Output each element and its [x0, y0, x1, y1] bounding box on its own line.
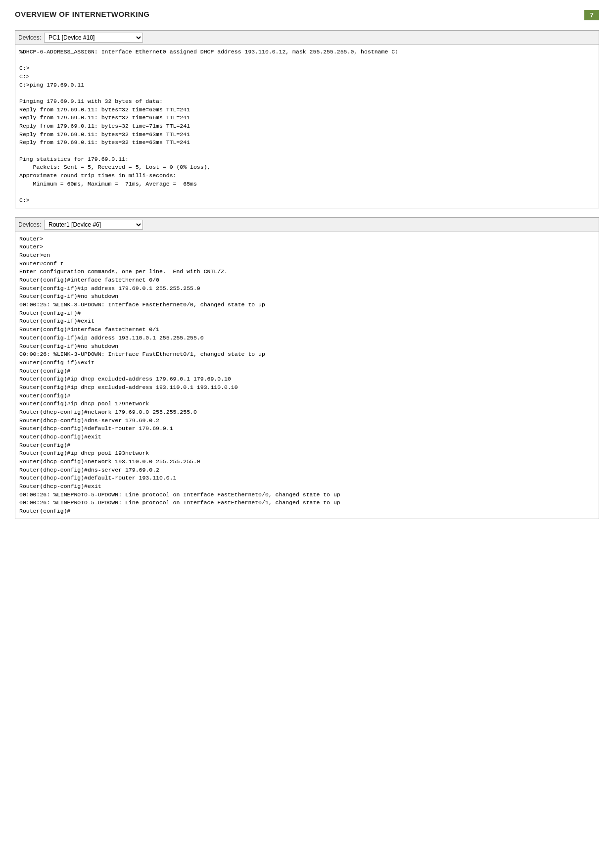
pc1-device-select[interactable]: PC1 [Device #10]	[44, 33, 143, 43]
page-title: OVERVIEW OF INTERNETWORKING	[15, 10, 149, 18]
page-header: OVERVIEW OF INTERNETWORKING 7	[15, 10, 599, 20]
pc1-terminal-output: %DHCP-6-ADDRESS_ASSIGN: Interface Ethern…	[15, 45, 599, 208]
router1-terminal-output: Router> Router> Router>en Router#conf t …	[15, 232, 599, 519]
router1-device-select[interactable]: Router1 [Device #6]	[44, 220, 143, 230]
router1-devices-label: Devices:	[18, 221, 41, 228]
router1-terminal-section: Devices: Router1 [Device #6] Router> Rou…	[15, 217, 599, 519]
pc1-devices-label: Devices:	[18, 34, 41, 41]
router1-toolbar: Devices: Router1 [Device #6]	[15, 218, 599, 232]
page-number: 7	[584, 10, 599, 20]
pc1-terminal-section: Devices: PC1 [Device #10] %DHCP-6-ADDRES…	[15, 30, 599, 208]
pc1-toolbar: Devices: PC1 [Device #10]	[15, 31, 599, 45]
